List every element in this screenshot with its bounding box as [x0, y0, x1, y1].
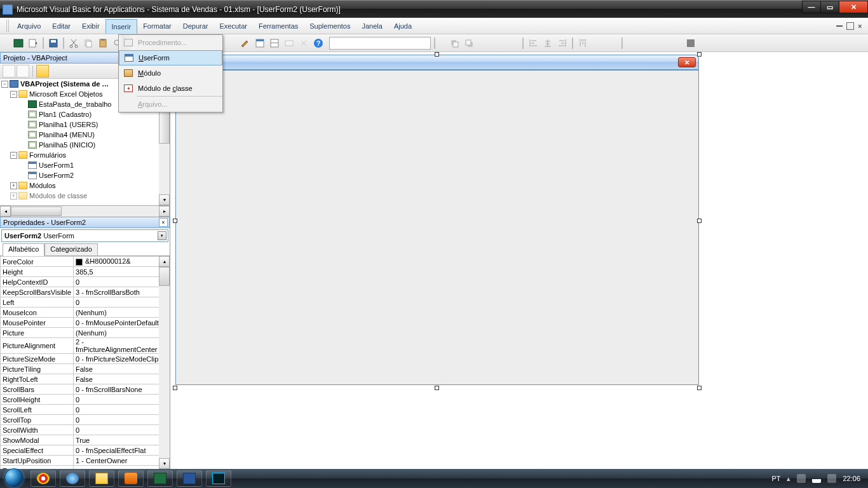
taskbar-ie[interactable] — [60, 470, 85, 487]
view-object-icon[interactable] — [17, 65, 29, 78]
object-browser-icon[interactable] — [283, 37, 295, 50]
property-row[interactable]: Height385,5 — [1, 267, 170, 277]
paste-icon[interactable] — [97, 37, 109, 50]
resize-handle-se[interactable] — [697, 386, 702, 390]
menu-ajuda[interactable]: Ajuda — [388, 18, 417, 34]
tree-item[interactable]: UserForm1 — [39, 161, 74, 169]
menu-executar[interactable]: Executar — [214, 18, 253, 34]
property-row[interactable]: KeepScrollBarsVisible3 - fmScrollBarsBot… — [1, 287, 170, 297]
menu-janela[interactable]: Janela — [356, 18, 388, 34]
property-value[interactable]: True — [74, 435, 170, 445]
property-row[interactable]: ScrollTop0 — [1, 415, 170, 425]
align-bottoms-icon[interactable] — [606, 37, 618, 50]
tray-volume-icon[interactable] — [827, 474, 836, 483]
property-value[interactable]: 2 - fmPictureAlignmentCenter — [74, 338, 170, 354]
menu-inserir[interactable]: Inserir — [105, 19, 138, 34]
properties-object-selector[interactable]: UserForm2 UserForm ▾ — [1, 229, 168, 242]
dropdown-arrow-icon[interactable]: ▾ — [158, 231, 166, 240]
property-row[interactable]: ScrollBars0 - fmScrollBarsNone — [1, 384, 170, 395]
taskbar-photoshop[interactable] — [206, 470, 231, 487]
property-value[interactable]: 3 - fmScrollBarsBoth — [74, 287, 170, 297]
userform-close-icon[interactable]: ✕ — [678, 57, 696, 67]
tree-folder-class-modules[interactable]: Módulos de classe — [29, 192, 87, 200]
menu-formatar[interactable]: Formatar — [137, 18, 177, 34]
help-icon[interactable]: ? — [312, 37, 325, 50]
menu-exibir[interactable]: Exibir — [76, 18, 105, 34]
tree-folder-excel-objects[interactable]: Microsoft Excel Objetos — [29, 90, 103, 98]
procedure-combo[interactable] — [329, 37, 431, 50]
property-row[interactable]: RightToLeftFalse — [1, 374, 170, 384]
property-value[interactable]: False — [74, 364, 170, 374]
property-row[interactable]: ScrollLeft0 — [1, 405, 170, 415]
property-value[interactable]: 0 — [74, 297, 170, 308]
clock[interactable]: 22:06 — [843, 475, 860, 482]
tab-categorizado[interactable]: Categorizado — [44, 243, 97, 256]
project-explorer-icon[interactable] — [254, 37, 266, 50]
close-button[interactable]: ✕ — [839, 1, 868, 13]
toolbox-icon[interactable] — [297, 37, 310, 50]
tree-folder-modules[interactable]: Módulos — [29, 182, 56, 189]
group-icon[interactable] — [477, 37, 490, 50]
align-lefts-icon[interactable] — [527, 37, 539, 50]
minimize-button[interactable]: — — [802, 1, 821, 13]
menu-arquivo[interactable]: Arquivo — [11, 18, 46, 34]
tab-alfabetico[interactable]: Alfabético — [3, 243, 44, 256]
same-height-icon[interactable] — [641, 37, 653, 50]
tree-item[interactable]: Planilha1 (USERS) — [39, 121, 98, 128]
tree-item[interactable]: EstaPasta_de_trabalho — [39, 100, 111, 108]
toggle-folders-icon[interactable] — [36, 65, 49, 78]
resize-handle-e[interactable] — [697, 219, 702, 223]
taskbar-word[interactable] — [177, 470, 202, 487]
property-value[interactable]: 0 — [74, 425, 170, 435]
zoom-icon[interactable] — [670, 37, 682, 50]
property-value[interactable]: 385,5 — [74, 267, 170, 277]
property-value[interactable]: 0 - fmSpecialEffectFlat — [74, 445, 170, 456]
cut-icon[interactable] — [67, 37, 80, 50]
resize-handle-sw[interactable] — [173, 386, 177, 390]
tree-item[interactable]: Planilha5 (INICIO) — [39, 141, 95, 149]
property-row[interactable]: ScrollHeight0 — [1, 395, 170, 405]
property-value[interactable]: &H80000012& — [74, 257, 170, 267]
start-button[interactable] — [1, 470, 27, 487]
property-value[interactable]: False — [74, 374, 170, 384]
copy-icon[interactable] — [82, 37, 95, 50]
ungroup-icon[interactable] — [492, 37, 505, 50]
tree-horizontal-scrollbar[interactable]: ◂▸ — [0, 206, 170, 217]
userform-container[interactable]: ✕ — [175, 55, 699, 388]
property-row[interactable]: SpecialEffect0 - fmSpecialEffectFlat — [1, 445, 170, 456]
property-row[interactable]: ShowModalTrue — [1, 435, 170, 445]
menu-depurar[interactable]: Depurar — [177, 18, 214, 34]
userform-body[interactable] — [175, 70, 699, 385]
form-designer-canvas[interactable]: ✕ — [170, 52, 868, 469]
property-value[interactable]: 0 - fmScrollBarsNone — [74, 384, 170, 395]
toggle-grid-icon[interactable] — [684, 37, 697, 50]
properties-vertical-scrollbar[interactable]: ▴▾ — [159, 256, 170, 469]
property-row[interactable]: Left0 — [1, 297, 170, 308]
property-row[interactable]: MouseIcon(Nenhum) — [1, 308, 170, 318]
property-value[interactable]: 0 - fmPictureSizeModeClip — [74, 354, 170, 364]
design-mode-icon[interactable] — [239, 37, 252, 50]
tree-item[interactable]: Plan1 (Cadastro) — [39, 111, 92, 118]
resize-handle-n[interactable] — [435, 52, 439, 57]
bring-front-icon[interactable] — [448, 37, 461, 50]
property-value[interactable]: (Nenhum) — [74, 308, 170, 318]
same-width-icon[interactable] — [626, 37, 639, 50]
property-value[interactable]: 1 - CenterOwner — [74, 456, 170, 466]
property-value[interactable]: 0 — [74, 277, 170, 287]
property-value[interactable]: 0 — [74, 415, 170, 425]
property-value[interactable]: (Nenhum) — [74, 328, 170, 338]
tree-folder-forms[interactable]: Formulários — [29, 151, 66, 159]
resize-handle-ne[interactable] — [697, 52, 702, 57]
property-row[interactable]: ScrollWidth0 — [1, 425, 170, 435]
align-icon[interactable] — [506, 37, 519, 50]
align-middles-icon[interactable] — [591, 37, 604, 50]
send-back-icon[interactable] — [463, 37, 475, 50]
properties-close-icon[interactable]: × — [159, 218, 168, 227]
property-row[interactable]: StartUpPosition1 - CenterOwner — [1, 456, 170, 466]
toolbar-grip[interactable] — [6, 20, 9, 32]
property-row[interactable]: Picture(Nenhum) — [1, 328, 170, 338]
align-rights-icon[interactable] — [556, 37, 569, 50]
tray-arrow-icon[interactable]: ▴ — [787, 475, 790, 483]
menu-ferramentas[interactable]: Ferramentas — [253, 18, 304, 34]
tree-item[interactable]: UserForm2 — [39, 172, 74, 179]
